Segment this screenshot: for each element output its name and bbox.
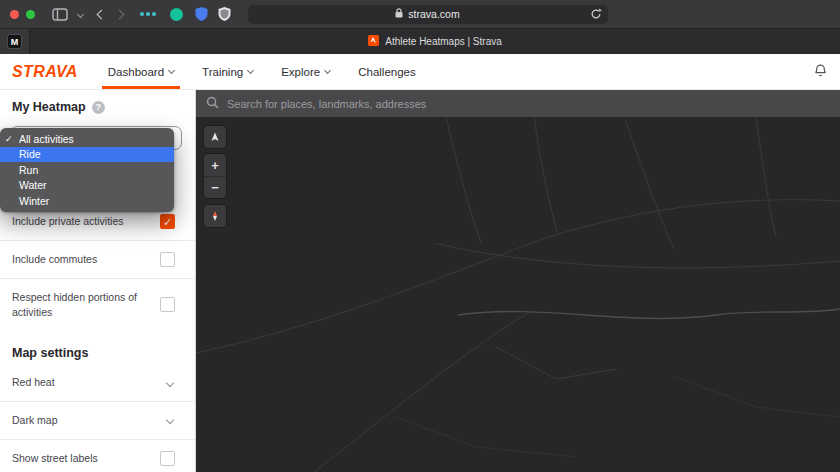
tab-title: Athlete Heatmaps | Strava [385,36,502,47]
grammarly-extension-icon[interactable] [170,8,183,21]
geolocate-control [204,126,226,148]
notifications-bell-icon[interactable] [813,62,828,82]
strava-logo[interactable]: STRAVA [12,63,78,81]
checkbox-include-commutes[interactable]: ✓ [160,252,175,267]
main-nav: Dashboard Training Explore Challenges [108,54,416,89]
chevron-down-icon [324,66,331,73]
heatmap-sidebar: My Heatmap ? ✓ All activities ✓ Ride ✓ R… [0,90,196,472]
back-button[interactable] [97,9,107,19]
map-settings-title: Map settings [0,330,195,364]
site-header: STRAVA Dashboard Training Explore Challe… [0,54,840,90]
chevron-down-icon [166,416,174,424]
checkbox-respect-hidden[interactable]: ✓ [160,297,175,312]
help-icon[interactable]: ? [92,101,105,114]
active-tab[interactable]: Athlete Heatmaps | Strava [30,29,840,54]
option-street-labels[interactable]: Show street labels ✓ [0,440,195,472]
checkmark-icon: ✓ [5,134,15,144]
dropdown-item-water[interactable]: ✓ Water [0,178,174,194]
pinned-tab[interactable]: M [0,29,30,54]
sidebar-toggle-icon[interactable] [52,8,68,21]
checkbox-include-private[interactable]: ✓ [160,214,175,229]
dropdown-item-ride[interactable]: ✓ Ride [0,147,174,163]
map-roads [196,117,840,472]
map-canvas[interactable]: + − [196,117,840,472]
heatmap-options: Include private activities ✓ Include com… [0,203,195,330]
option-include-commutes[interactable]: Include commutes ✓ [0,241,195,279]
checkbox-street-labels[interactable]: ✓ [160,451,175,466]
pinned-tab-favicon: M [7,34,22,49]
address-bar[interactable]: strava.com [248,5,608,24]
select-heat-color[interactable]: Red heat [0,364,195,402]
sidebar-chevron-icon[interactable] [78,12,83,17]
compass-control [204,205,226,227]
dropdown-item-winter[interactable]: ✓ Winter [0,193,174,209]
chevron-down-icon [247,66,254,73]
page-content: My Heatmap ? ✓ All activities ✓ Ride ✓ R… [0,90,840,472]
url-text: strava.com [408,8,459,20]
chevron-down-icon [166,378,174,386]
window-controls [10,10,35,19]
chevron-down-icon [168,66,175,73]
lock-icon [395,8,403,20]
zoom-out-button[interactable]: − [204,176,226,198]
activity-type-dropdown: ✓ All activities ✓ Ride ✓ Run ✓ Water ✓ … [0,128,174,212]
browser-toolbar: strava.com [0,0,840,28]
search-input[interactable] [227,98,830,110]
map-column: + − [196,90,840,472]
dropdown-item-run[interactable]: ✓ Run [0,162,174,178]
shield-extension-icon[interactable] [195,7,208,21]
nav-item-dashboard[interactable]: Dashboard [108,54,174,89]
zoom-in-button[interactable]: + [204,154,226,176]
nav-item-explore[interactable]: Explore [281,54,330,89]
nav-item-training[interactable]: Training [202,54,253,89]
select-map-style[interactable]: Dark map [0,402,195,440]
map-search-bar [196,90,840,117]
geolocate-button[interactable] [204,126,226,148]
forward-button[interactable] [115,9,125,19]
close-window-button[interactable] [10,10,19,19]
nav-item-challenges[interactable]: Challenges [358,54,416,89]
option-respect-hidden[interactable]: Respect hidden portions of activities ✓ [0,279,195,330]
extension-dots-icon[interactable] [140,12,156,16]
privacy-badge-icon[interactable] [218,7,231,21]
reload-icon[interactable] [590,8,602,22]
search-icon [206,95,219,113]
sidebar-title: My Heatmap ? [0,90,195,120]
strava-favicon-icon [368,35,379,48]
browser-tabstrip: M Athlete Heatmaps | Strava [0,28,840,54]
zoom-window-button[interactable] [26,10,35,19]
dropdown-item-all-activities[interactable]: ✓ All activities [0,131,174,147]
zoom-control: + − [204,154,226,198]
compass-button[interactable] [204,205,226,227]
